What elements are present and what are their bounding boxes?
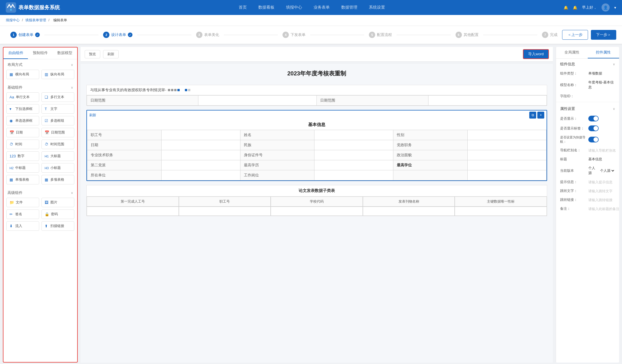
is-visible-toggle[interactable] bbox=[588, 116, 599, 121]
big-title-label: 大标题 bbox=[50, 154, 61, 159]
flow-in-icon: ⬇ bbox=[10, 224, 14, 228]
comp-scan-link[interactable]: ⬆ 扫描链接 bbox=[41, 221, 74, 231]
comp-text[interactable]: T 文字 bbox=[41, 104, 74, 114]
tab-preset-components[interactable]: 预制组件 bbox=[28, 47, 52, 59]
header-right: 🔔 🔔 早上好， 👤 ▾ bbox=[564, 3, 616, 12]
comp-number[interactable]: 123 数字 bbox=[6, 151, 39, 161]
step-7[interactable]: 7 完成 bbox=[537, 32, 562, 38]
hint-input[interactable] bbox=[588, 180, 619, 184]
prop-show-label: 是否显示标签： bbox=[556, 123, 619, 133]
basic-chevron-icon[interactable]: ∨ bbox=[71, 86, 73, 89]
sub-col-4: 发表刊物名称 bbox=[363, 197, 455, 207]
comp-time[interactable]: ⏱ 时间 bbox=[6, 140, 39, 149]
comp-flow-in[interactable]: ⬇ 流入 bbox=[6, 221, 39, 231]
left-panel: 自由组件 预制组件 数据模型 布局方式 ∨ ▦ 横向布局 ▥ 纵向布局 基础组件… bbox=[3, 47, 78, 363]
comp-date[interactable]: 📅 日期 bbox=[6, 128, 39, 137]
nav-dashboard[interactable]: 数据看板 bbox=[258, 3, 274, 12]
show-label-toggle[interactable] bbox=[588, 125, 599, 131]
breadcrumb: 填报中心 / 填报表单管理 / 编辑表单 bbox=[0, 15, 622, 26]
nav-report-center[interactable]: 填报中心 bbox=[286, 3, 302, 12]
step-3[interactable]: 3 表单美化 bbox=[191, 32, 224, 38]
version-value-field: 个人源 bbox=[588, 166, 598, 176]
comp-radio[interactable]: ◉ 单选选择框 bbox=[6, 116, 39, 125]
jump-link-label: 跳转链接： bbox=[560, 197, 586, 202]
jump-text-input[interactable] bbox=[588, 189, 619, 193]
tab-free-components[interactable]: 自由组件 bbox=[3, 47, 28, 59]
remark-input[interactable] bbox=[588, 207, 619, 211]
breadcrumb-form-management[interactable]: 填报表单管理 bbox=[25, 18, 46, 22]
nav-business-form[interactable]: 业务表单 bbox=[314, 3, 330, 12]
tab-data-model[interactable]: 数据模型 bbox=[53, 47, 77, 59]
attribute-settings-chevron[interactable]: ∨ bbox=[613, 107, 615, 111]
quick-nav-toggle[interactable] bbox=[588, 137, 599, 142]
horizontal-layout-item[interactable]: ▦ 横向布局 bbox=[6, 70, 39, 79]
preview-button[interactable]: 预览 bbox=[85, 50, 100, 58]
nav-data-management[interactable]: 数据管理 bbox=[341, 3, 357, 12]
comp-signature[interactable]: ✏ 签名 bbox=[6, 209, 39, 219]
user-avatar[interactable]: 👤 bbox=[602, 3, 610, 12]
step-5[interactable]: 5 配置流程 bbox=[364, 32, 397, 38]
advanced-chevron-icon[interactable]: ∨ bbox=[71, 191, 73, 195]
comp-mid-title[interactable]: H2 中标题 bbox=[6, 163, 39, 173]
version-label-field: 当前版本 bbox=[560, 168, 586, 173]
nav-alias-input[interactable] bbox=[588, 148, 619, 153]
vertical-layout-label: 纵向布局 bbox=[50, 72, 64, 77]
refresh-button[interactable]: 刷新 bbox=[103, 50, 119, 58]
image-icon: 🖼 bbox=[45, 200, 49, 205]
tab-global-props[interactable]: 全局属性 bbox=[556, 47, 588, 58]
step-7-label: 完成 bbox=[550, 32, 557, 37]
notification-icon[interactable]: 🔔 bbox=[564, 5, 568, 10]
basic-info-title: 基本信息 bbox=[87, 120, 547, 130]
step-1[interactable]: 1 创建表单 ✓ bbox=[6, 32, 44, 38]
field-label: 最高学位 bbox=[393, 160, 468, 170]
comp-checkbox[interactable]: ☑ 多选框组 bbox=[41, 116, 74, 125]
bell-icon[interactable]: 🔔 bbox=[573, 5, 577, 10]
comp-dropdown[interactable]: ▾ 下拉选择框 bbox=[6, 104, 39, 114]
component-info-chevron[interactable]: ∨ bbox=[613, 62, 615, 66]
next-step-button[interactable]: 下一步＞ bbox=[591, 30, 616, 40]
right-panel: 全局属性 控件属性 组件信息 ∨ 组件类型： 单项数据 模型名称： 年度考核-基… bbox=[556, 47, 619, 363]
field-label: 日期 bbox=[87, 140, 162, 150]
comp-multi-text[interactable]: ❏ 多行文本 bbox=[41, 92, 74, 102]
comp-password[interactable]: 🔒 密码 bbox=[41, 209, 74, 219]
vertical-layout-item[interactable]: ▥ 纵向布局 bbox=[41, 70, 74, 79]
step-2-label: 设计表单 bbox=[111, 32, 126, 37]
comp-multi-table[interactable]: ▦ 多项表格 bbox=[41, 175, 74, 184]
date-range-label-1: 日期范围 bbox=[87, 96, 198, 106]
comp-date-range[interactable]: 📅 日期范围 bbox=[41, 128, 74, 137]
step-4[interactable]: 4 下发表单 bbox=[278, 32, 310, 38]
nav-system-settings[interactable]: 系统设置 bbox=[369, 3, 385, 12]
prop-version: 当前版本 个人源 个人源 bbox=[556, 164, 619, 178]
version-select[interactable]: 个人源 bbox=[599, 168, 615, 173]
step-2-check: ✓ bbox=[128, 33, 132, 37]
radio-label: 单选选择框 bbox=[15, 118, 33, 123]
comp-big-title[interactable]: H1 大标题 bbox=[41, 151, 74, 161]
prev-step-button[interactable]: ＜上一步 bbox=[562, 30, 588, 40]
breadcrumb-report-center[interactable]: 填报中心 bbox=[6, 18, 20, 22]
section-delete-btn[interactable]: × bbox=[537, 112, 544, 119]
basic-info-refresh-btn[interactable]: 刷新 bbox=[89, 113, 96, 118]
sub-col-3: 学校代码 bbox=[271, 197, 363, 207]
layout-chevron-icon[interactable]: ∨ bbox=[71, 63, 73, 67]
field-label: 所在单位 bbox=[87, 170, 162, 180]
text-icon: T bbox=[45, 107, 49, 111]
component-info-header: 组件信息 ∨ bbox=[556, 59, 619, 69]
nav-home[interactable]: 首页 bbox=[239, 3, 247, 12]
tab-control-props[interactable]: 控件属性 bbox=[588, 47, 619, 58]
section-copy-btn[interactable]: ⧉ bbox=[529, 112, 536, 119]
comp-single-text[interactable]: Aa 单行文本 bbox=[6, 92, 39, 102]
comp-small-title[interactable]: H3 小标题 bbox=[41, 163, 74, 173]
field-label: 政治面貌 bbox=[393, 150, 468, 160]
comp-file[interactable]: 📁 文件 bbox=[6, 198, 39, 207]
app-logo: 表单数据服务系统 bbox=[6, 2, 60, 13]
comp-time-range[interactable]: ⏱ 时间范围 bbox=[41, 140, 74, 149]
jump-link-input[interactable] bbox=[588, 198, 619, 202]
step-2[interactable]: 2 设计表单 ✓ bbox=[98, 32, 137, 38]
comp-image[interactable]: 🖼 图片 bbox=[41, 198, 74, 207]
basic-info-table: 职工号 姓名 性别 日期 民族 党政职务 bbox=[87, 130, 547, 180]
field-value bbox=[161, 140, 240, 150]
import-word-button[interactable]: 导入word bbox=[523, 49, 549, 59]
comp-single-table[interactable]: ▦ 单项表格 bbox=[6, 175, 39, 184]
step-6[interactable]: 6 其他配置 bbox=[451, 32, 483, 38]
user-menu-chevron[interactable]: ▾ bbox=[614, 5, 616, 10]
